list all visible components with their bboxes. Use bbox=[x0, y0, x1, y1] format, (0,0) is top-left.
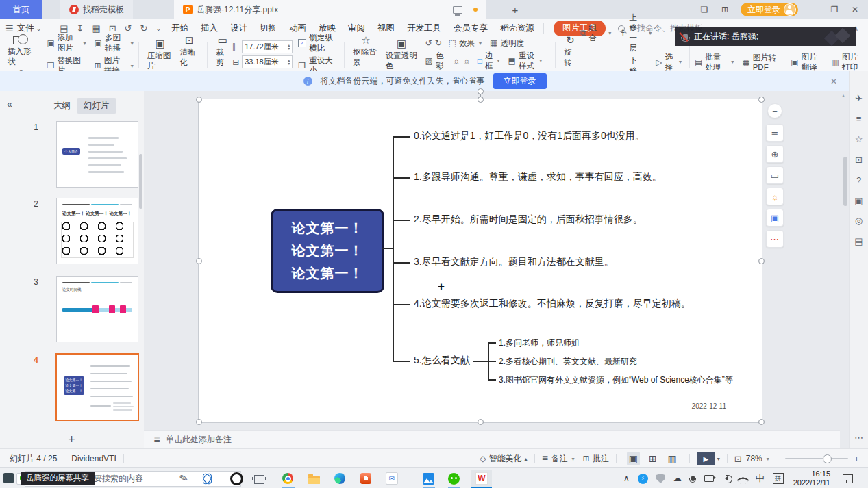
zoom-level[interactable]: 78% bbox=[746, 454, 769, 463]
width-stepper[interactable]: ▴▾ bbox=[288, 59, 290, 66]
canvas-scroll-thumb[interactable] bbox=[843, 157, 847, 206]
layers-icon[interactable]: ≣ bbox=[766, 124, 784, 142]
handle-bottom-center[interactable] bbox=[478, 419, 484, 425]
login-button[interactable]: 立即登录 bbox=[741, 3, 798, 16]
add-slide-button[interactable]: + bbox=[0, 431, 143, 448]
zoom-slider-knob[interactable] bbox=[823, 454, 832, 463]
home-button[interactable]: 首页 bbox=[0, 0, 42, 19]
slide-thumbnail-4-selected[interactable]: 论文第一！论文第一！论文第一！ bbox=[55, 353, 139, 421]
export-icon[interactable]: ↧ bbox=[77, 23, 84, 34]
atom-app-icon[interactable] bbox=[199, 470, 215, 487]
brightness-up-icon[interactable]: ☼ bbox=[453, 56, 460, 66]
tab-insert[interactable]: 插入 bbox=[201, 23, 218, 34]
multi-carousel-button[interactable]: ▣多图轮播 bbox=[95, 33, 134, 53]
bring-forward-button[interactable]: ⇞上移一层 bbox=[619, 12, 652, 53]
collapse-tools-icon[interactable]: − bbox=[767, 103, 782, 118]
handle-top-right[interactable] bbox=[758, 97, 765, 103]
wechat-app-icon[interactable] bbox=[445, 470, 462, 487]
sharpen-button[interactable]: ⊡ 清晰化 bbox=[176, 34, 202, 76]
transparency-button[interactable]: ▦透明度 bbox=[490, 38, 524, 49]
new-tab-button[interactable]: + bbox=[506, 0, 525, 19]
zoom-out-icon[interactable]: − bbox=[775, 454, 780, 464]
undo-icon[interactable]: ↺ bbox=[125, 23, 132, 34]
navigation-icon[interactable]: ◎ bbox=[850, 216, 868, 226]
docer-rocket-icon[interactable]: ✈ bbox=[850, 93, 868, 103]
office-app-icon[interactable] bbox=[358, 470, 374, 487]
comments-button[interactable]: ⊞ 批注 bbox=[583, 453, 609, 465]
file-menu[interactable]: 文件 bbox=[17, 23, 34, 34]
handle-mid-left[interactable] bbox=[196, 258, 202, 264]
tab-devtools[interactable]: 开发工具 bbox=[407, 23, 441, 34]
restore-button[interactable]: ❐ bbox=[826, 1, 843, 18]
sidebar-scrollbar[interactable] bbox=[139, 154, 142, 209]
file-caret-icon[interactable]: ⌄ bbox=[36, 25, 42, 32]
properties-icon[interactable]: ≡ bbox=[850, 114, 868, 124]
notes-bar[interactable]: ≣ 单击此处添加备注 bbox=[144, 430, 840, 448]
task-view-icon[interactable] bbox=[251, 470, 267, 487]
height-stepper[interactable]: ▴▾ bbox=[288, 44, 290, 51]
canvas-scrollbar[interactable]: ▴ bbox=[843, 97, 847, 421]
handle-bottom-right[interactable] bbox=[758, 419, 765, 425]
batch-process-button[interactable]: ▤批量处理 bbox=[695, 52, 734, 73]
preview-icon[interactable]: ⊡ bbox=[109, 23, 116, 34]
crop-object-icon[interactable]: ▭ bbox=[766, 166, 784, 184]
compress-picture-button[interactable]: ▣ 压缩图片 bbox=[144, 37, 177, 72]
tab-view[interactable]: 视图 bbox=[377, 23, 395, 34]
image-settings-icon[interactable]: ▣ bbox=[850, 196, 868, 206]
rotate-button[interactable]: ↻ 旋转 bbox=[560, 34, 580, 76]
more-tools-icon[interactable]: ⋯ bbox=[766, 230, 784, 248]
height-field[interactable]: 17.72厘米▴▾ bbox=[242, 40, 293, 53]
slide-thumbnail-2[interactable]: 论文第一！ 论文第一！ 论文第一！ bbox=[56, 198, 138, 264]
play-caret-icon[interactable]: ▾ bbox=[717, 456, 720, 462]
action-center-icon[interactable] bbox=[843, 474, 853, 483]
smart-tip-icon[interactable]: ☼ bbox=[766, 188, 784, 205]
mic-tray-icon[interactable] bbox=[690, 476, 696, 481]
zoom-in-icon[interactable]: + bbox=[854, 454, 859, 464]
wifi-tray-icon[interactable] bbox=[739, 473, 747, 485]
print-icon[interactable]: ▦ bbox=[92, 23, 100, 34]
security-shield-icon[interactable] bbox=[656, 474, 665, 483]
zoom-object-icon[interactable]: ⊕ bbox=[766, 145, 784, 163]
share-toolbar-icon[interactable] bbox=[3, 473, 14, 483]
quickbar-more-icon[interactable]: ⌄ bbox=[156, 25, 161, 32]
cloud-tray-icon[interactable]: ☁ bbox=[673, 474, 682, 483]
picture-tools-icon[interactable]: ▣ bbox=[766, 209, 784, 227]
brightness-down-icon[interactable]: ☼ bbox=[463, 56, 471, 66]
view-reading-icon[interactable]: ▥ bbox=[666, 452, 679, 465]
notes-button[interactable]: ≣ 备注 bbox=[542, 453, 575, 465]
tab-docer-res[interactable]: 稻壳资源 bbox=[500, 23, 534, 34]
handle-bottom-left[interactable] bbox=[196, 419, 202, 425]
ime-pinyin-icon[interactable]: 拼 bbox=[773, 473, 784, 484]
insert-shape-button[interactable]: 插入形状 bbox=[4, 34, 37, 75]
tab-outline[interactable]: 大纲 bbox=[47, 98, 77, 114]
add-picture-button[interactable]: ▣添加图片 bbox=[47, 33, 86, 53]
lock-ratio-checkbox[interactable]: ✓ bbox=[298, 39, 306, 47]
set-transparent-button[interactable]: ▣ 设置透明色 bbox=[382, 37, 421, 72]
photos-app-icon[interactable] bbox=[420, 470, 436, 487]
ime-lang-indicator[interactable]: 中 bbox=[756, 472, 765, 485]
resource-book-icon[interactable]: ▤ bbox=[850, 236, 868, 246]
tab-start[interactable]: 开始 bbox=[171, 23, 188, 34]
view-normal-icon[interactable]: ▣ bbox=[627, 452, 640, 465]
view-sorter-icon[interactable]: ⊞ bbox=[647, 452, 659, 465]
chrome-app-icon[interactable] bbox=[280, 470, 296, 487]
taskbar-clock[interactable]: 16:15 2022/12/11 bbox=[793, 470, 830, 487]
group-button[interactable]: ⧉组合 bbox=[580, 12, 611, 53]
effects-button[interactable]: ⬚效果 bbox=[449, 38, 482, 49]
zoom-slider[interactable] bbox=[785, 458, 848, 459]
wps-app-icon-active[interactable]: W bbox=[471, 470, 492, 487]
handle-top-left[interactable] bbox=[196, 97, 202, 103]
save-icon[interactable]: ▤ bbox=[60, 23, 68, 34]
edge-app-icon[interactable] bbox=[332, 470, 348, 487]
tab-review[interactable]: 审阅 bbox=[348, 23, 365, 34]
apps-grid-icon[interactable]: ⊞ bbox=[716, 1, 734, 18]
select-button[interactable]: ▷选择 bbox=[656, 52, 682, 73]
notice-login-button[interactable]: 立即登录 bbox=[493, 73, 547, 89]
color-button[interactable]: ▨色彩☼☼□边框⬒重设样式 bbox=[425, 51, 543, 71]
camera-tray-icon[interactable] bbox=[704, 475, 714, 482]
crop-button[interactable]: ▭ 裁剪 bbox=[212, 34, 232, 76]
picture-print-button[interactable]: ▥图片打印 bbox=[832, 52, 864, 73]
reset-style-button[interactable]: ⬒重设样式 bbox=[508, 51, 536, 71]
help-icon[interactable]: ? bbox=[850, 175, 868, 185]
tab-design[interactable]: 设计 bbox=[230, 23, 247, 34]
